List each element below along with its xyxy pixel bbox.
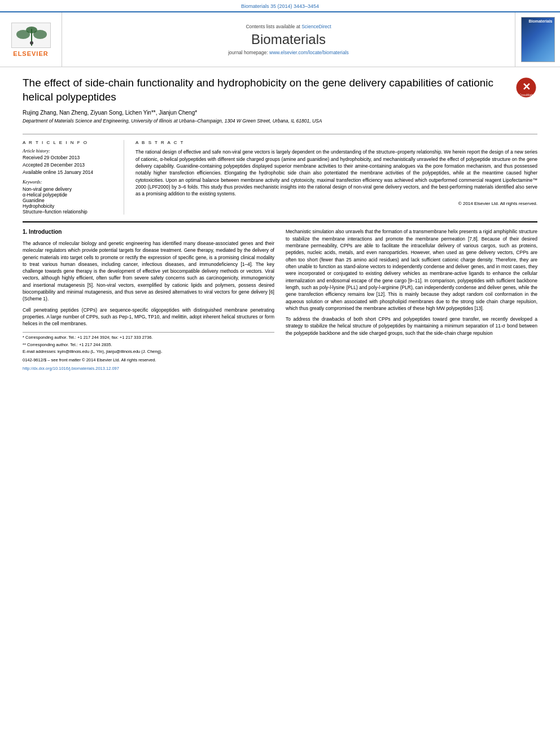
accepted-date: Accepted 28 December 2013 [23,162,116,168]
copyright: © 2014 Elsevier Ltd. All rights reserved… [135,201,537,206]
page: Biomaterials 35 (2014) 3443–3454 [0,0,560,747]
footnote-email: E-mail addresses: kyin@illinois.edu (L. … [23,349,274,355]
abstract-title: A B S T R A C T [135,140,537,145]
homepage-label: journal homepage: [228,50,269,55]
journal-cover: Biomaterials [521,17,555,62]
article-info-abstract: A R T I C L E I N F O Article history: R… [23,140,537,215]
footnote-divider [23,332,274,333]
footnote-corresponding-1: * Corresponding author. Tel.: +1 217 244… [23,335,274,341]
section-divider-top [23,134,537,134]
footnote-doi[interactable]: http://dx.doi.org/10.1016/j.biomaterials… [23,366,119,371]
journal-header-center: Contents lists available at ScienceDirec… [62,12,515,67]
homepage-link[interactable]: www.elsevier.com/locate/biomaterials [269,50,349,55]
journal-header-left: ELSEVIER [0,12,62,67]
intro-para-1: The advance of molecular biology and gen… [23,240,274,303]
elsevier-name: ELSEVIER [13,50,48,57]
science-direct-text: Contents lists available at [246,24,301,29]
svg-text:✕: ✕ [522,81,531,93]
journal-header: ELSEVIER Contents lists available at Sci… [0,11,560,67]
keyword-3: Guanidine [23,198,116,203]
citation-text: Biomaterials 35 (2014) 3443–3454 [241,3,319,9]
science-direct-line: Contents lists available at ScienceDirec… [246,24,331,29]
svg-point-4 [26,27,37,33]
received-date: Received 29 October 2013 [23,155,116,160]
article-title-text: The effect of side-chain functionality a… [23,76,506,128]
keyword-4: Hydrophobicity [23,203,116,209]
history-label: Article history: [23,148,116,154]
affiliation: Department of Materials Science and Engi… [23,118,506,124]
main-content: The effect of side-chain functionality a… [0,67,560,381]
journal-header-right: Biomaterials [515,12,560,67]
body-col-left: 1. Introduction The advance of molecular… [23,228,274,372]
science-direct-link[interactable]: ScienceDirect [301,24,331,29]
body-two-col: 1. Introduction The advance of molecular… [23,228,537,372]
journal-title-display: Biomaterials [251,32,326,47]
abstract-text: The rational design of effective and saf… [135,148,537,197]
available-date: Available online 15 January 2014 [23,169,116,175]
keyword-2: α-Helical polypeptide [23,192,116,198]
abstract-col: A B S T R A C T The rational design of e… [135,140,537,215]
introduction-heading: 1. Introduction [23,228,274,237]
authors: Rujing Zhang, Nan Zheng, Ziyuan Song, Li… [23,110,506,116]
footer-links: 0142-9612/$ – see front matter © 2014 El… [23,357,274,372]
article-title-section: The effect of side-chain functionality a… [23,76,537,128]
body-col-right: Mechanistic simulation also unravels tha… [286,228,537,372]
keyword-5: Structure–function relationship [23,209,116,215]
article-info-col: A R T I C L E I N F O Article history: R… [23,140,124,215]
journal-cover-text: Biomaterials [528,19,552,23]
svg-point-5 [30,41,33,45]
elsevier-graphic [11,23,51,48]
journal-homepage-line: journal homepage: www.elsevier.com/locat… [228,50,349,55]
article-title: The effect of side-chain functionality a… [23,76,506,104]
keywords-label: Keywords: [23,180,116,185]
citation-bar: Biomaterials 35 (2014) 3443–3454 [0,0,560,11]
intro-para-2: Cell penetrating peptides (CPPs) are seq… [23,307,274,327]
article-info-title: A R T I C L E I N F O [23,140,116,145]
right-para-1: Mechanistic simulation also unravels tha… [286,228,537,312]
keyword-1: Non-viral gene delivery [23,186,116,192]
elsevier-logo: ELSEVIER [11,23,51,57]
footnote-issn: 0142-9612/$ – see front matter © 2014 El… [23,357,274,364]
right-para-2: To address the drawbacks of both short C… [286,316,537,337]
svg-text:CrossMark: CrossMark [519,93,533,97]
footnote-corresponding-2: ** Corresponding author. Tel.: +1 217 24… [23,342,274,348]
body-divider [23,221,537,222]
crossmark: ✕ CrossMark [515,76,537,99]
